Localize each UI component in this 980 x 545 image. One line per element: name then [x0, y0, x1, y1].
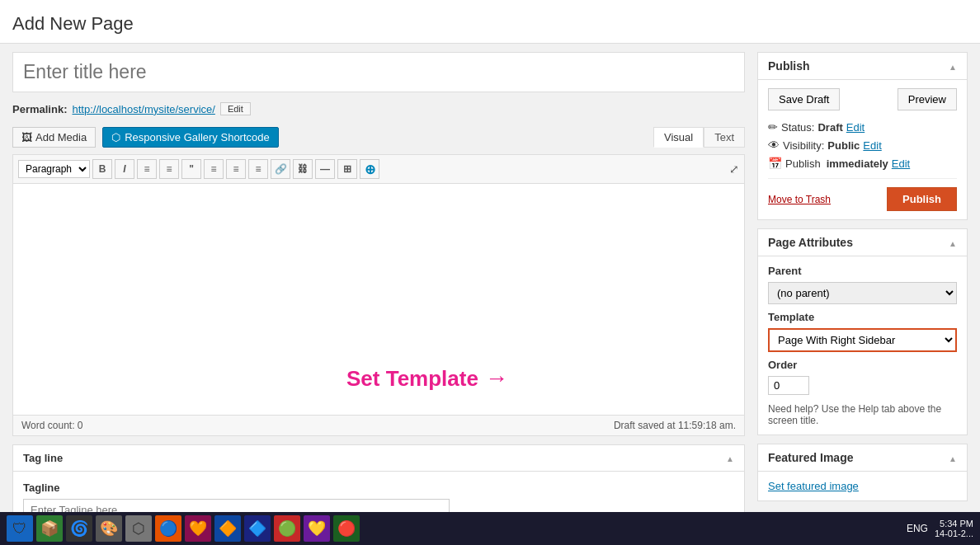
format-select[interactable]: Paragraph: [18, 160, 90, 178]
page-title-input[interactable]: [12, 52, 745, 92]
editor-footer: Word count: 0 Draft saved at 11:59:18 am…: [13, 415, 744, 435]
taskbar-time: 5:34 PM 14-01-2...: [935, 519, 973, 538]
permalink-bar: Permalink: http://localhost/mysite/servi…: [12, 99, 745, 119]
align-right-button[interactable]: ≡: [248, 159, 268, 179]
pencil-icon: ✏: [768, 120, 778, 134]
status-row: ✏ Status: Draft Edit: [768, 120, 957, 134]
fullscreen-button[interactable]: ⤢: [729, 162, 739, 176]
permalink-edit-button[interactable]: Edit: [220, 102, 251, 115]
tagline-field-label: Tagline: [23, 482, 734, 494]
template-label: Template: [768, 311, 957, 323]
publish-panel-title: Publish: [768, 59, 810, 73]
publish-panel-body: Save Draft Preview ✏ Status: Draft Edit …: [758, 80, 967, 219]
visibility-edit-link[interactable]: Edit: [863, 139, 881, 152]
table-button[interactable]: ⊞: [337, 159, 357, 179]
page-attributes-panel: Page Attributes Parent (no parent) Templ…: [757, 228, 968, 435]
featured-image-title: Featured Image: [768, 451, 853, 464]
taskbar-icon-4[interactable]: 🎨: [96, 515, 122, 542]
taskbar-icon-5[interactable]: ⬡: [125, 515, 152, 542]
tagline-header-label: Tag line: [23, 452, 63, 464]
taskbar-icon-11[interactable]: 💛: [304, 515, 330, 542]
tagline-collapse-icon: [726, 452, 734, 464]
gallery-shortcode-button[interactable]: ⬡ Responsive Gallery Shortcode: [102, 127, 279, 148]
plus-icon: 🖼: [21, 131, 32, 143]
content-area: Permalink: http://localhost/mysite/servi…: [12, 52, 745, 532]
featured-image-panel: Featured Image Set featured image: [757, 444, 968, 501]
taskbar-icon-2[interactable]: 📦: [36, 515, 63, 542]
align-center-button[interactable]: ≡: [226, 159, 246, 179]
add-media-button[interactable]: 🖼 Add Media: [12, 127, 96, 148]
insert-more-button[interactable]: —: [315, 159, 335, 179]
title-input-wrap: [12, 52, 745, 92]
set-featured-image-link[interactable]: Set featured image: [768, 480, 859, 492]
editor-body[interactable]: [13, 184, 744, 415]
template-select[interactable]: Page With Right Sidebar Default Template…: [768, 328, 957, 352]
taskbar-icon-8[interactable]: 🔶: [214, 515, 241, 542]
taskbar-icon-12[interactable]: 🔴: [333, 515, 360, 542]
featured-image-collapse-icon: [949, 451, 957, 464]
page-attributes-collapse-icon: [949, 236, 957, 249]
publish-panel-header: Publish: [758, 53, 967, 80]
editor-format-toolbar: Paragraph B I ≡ ≡ " ≡ ≡ ≡ 🔗 ⛓ — ⊞ ⊕ ⤢: [13, 155, 744, 184]
insert-link-button[interactable]: 🔗: [271, 159, 290, 179]
parent-select[interactable]: (no parent): [768, 282, 957, 304]
bold-button[interactable]: B: [92, 159, 112, 179]
taskbar-icon-1[interactable]: 🛡: [7, 515, 33, 542]
draft-saved-status: Draft saved at 11:59:18 am.: [614, 420, 736, 431]
preview-button[interactable]: Preview: [898, 88, 957, 110]
taskbar-icon-9[interactable]: 🔷: [244, 515, 271, 542]
publish-when-edit-link[interactable]: Edit: [892, 157, 910, 170]
taskbar-icon-7[interactable]: 🧡: [185, 515, 211, 542]
taskbar-right: ENG 5:34 PM 14-01-2...: [907, 519, 973, 538]
align-left-button[interactable]: ≡: [204, 159, 224, 179]
taskbar-language: ENG: [907, 523, 928, 534]
gallery-shortcode-label: Responsive Gallery Shortcode: [125, 131, 270, 143]
page-attributes-title: Page Attributes: [768, 236, 853, 249]
publish-when-row: 📅 Publish immediately Edit: [768, 157, 957, 170]
add-media-label: Add Media: [35, 131, 87, 143]
editor-wrap: Paragraph B I ≡ ≡ " ≡ ≡ ≡ 🔗 ⛓ — ⊞ ⊕ ⤢: [12, 154, 745, 436]
tagline-section-header[interactable]: Tag line: [13, 445, 744, 472]
visual-text-tabs: Visual Text: [653, 127, 745, 148]
order-label: Order: [768, 359, 957, 371]
publish-panel-collapse-icon: [949, 59, 957, 73]
publish-footer: Move to Trash Publish: [768, 178, 957, 211]
permalink-label: Permalink:: [12, 103, 67, 115]
save-draft-button[interactable]: Save Draft: [768, 88, 840, 110]
publish-when-label: Publish: [785, 157, 821, 170]
permalink-link[interactable]: http://localhost/mysite/service/: [72, 103, 214, 115]
calendar-icon: 📅: [768, 157, 782, 170]
unordered-list-button[interactable]: ≡: [137, 159, 157, 179]
taskbar-icon-3[interactable]: 🌀: [66, 515, 92, 542]
sidebar: Publish Save Draft Preview ✏ Status: Dra…: [757, 52, 968, 532]
visibility-row: 👁 Visibility: Public Edit: [768, 139, 957, 152]
taskbar-icon-6[interactable]: 🔵: [155, 515, 181, 542]
taskbar-date-value: 14-01-2...: [935, 529, 973, 538]
publish-actions-row: Save Draft Preview: [768, 88, 957, 110]
editor-toolbar-row: 🖼 Add Media ⬡ Responsive Gallery Shortco…: [12, 127, 745, 148]
help-text: Need help? Use the Help tab above the sc…: [768, 403, 957, 426]
parent-label: Parent: [768, 265, 957, 277]
taskbar-icon-10[interactable]: 🟢: [274, 515, 300, 542]
status-edit-link[interactable]: Edit: [846, 121, 865, 134]
status-label: Status:: [781, 121, 814, 134]
publish-button[interactable]: Publish: [887, 187, 957, 211]
italic-button[interactable]: I: [115, 159, 134, 179]
order-input[interactable]: 0: [768, 376, 809, 395]
text-tab[interactable]: Text: [704, 127, 745, 148]
add-toolbar-button[interactable]: ⊕: [360, 159, 379, 179]
unlink-button[interactable]: ⛓: [293, 159, 313, 179]
eye-icon: 👁: [768, 139, 780, 152]
word-count: Word count: 0: [21, 420, 82, 431]
taskbar-time-value: 5:34 PM: [940, 519, 973, 529]
move-to-trash-link[interactable]: Move to Trash: [768, 194, 831, 205]
featured-image-body: Set featured image: [758, 472, 967, 500]
visibility-value: Public: [827, 139, 860, 152]
ordered-list-button[interactable]: ≡: [159, 159, 179, 179]
page-attributes-header: Page Attributes: [758, 229, 967, 256]
page-title: Add New Page: [12, 7, 968, 43]
featured-image-header: Featured Image: [758, 444, 967, 472]
taskbar: 🛡 📦 🌀 🎨 ⬡ 🔵 🧡 🔶 🔷 🟢 💛 🔴 ENG 5:34 PM 14-0…: [0, 512, 980, 545]
blockquote-button[interactable]: ": [181, 159, 201, 179]
visual-tab[interactable]: Visual: [653, 127, 704, 148]
